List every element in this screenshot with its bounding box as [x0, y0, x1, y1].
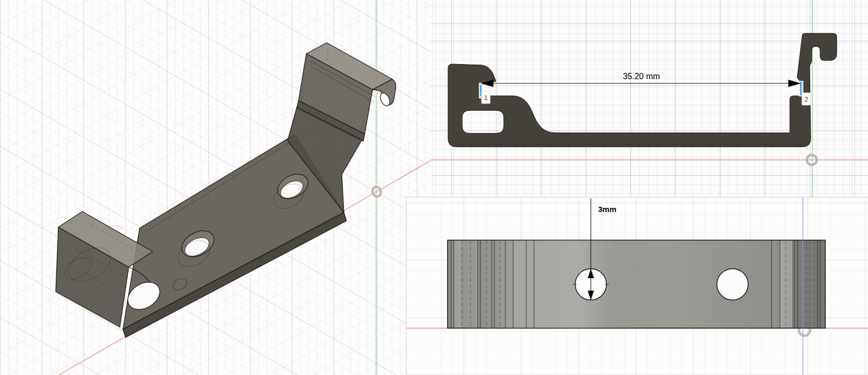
top-viewport[interactable]: 3mm — [406, 197, 868, 375]
top-canvas: 3mm — [406, 197, 868, 375]
edge1-tag-label: 1 — [484, 94, 488, 102]
width-dimension-value[interactable]: 35.20 mm — [623, 72, 660, 81]
edge2-tag-label: 2 — [804, 96, 808, 103]
hole-right-top[interactable] — [717, 269, 748, 300]
iso-viewport[interactable] — [0, 0, 431, 375]
bracket-3d-body[interactable] — [56, 43, 396, 338]
side-section-viewport[interactable]: 1 2 35.20 mm — [431, 0, 868, 197]
bracket-top-body[interactable] — [448, 240, 825, 328]
iso-canvas — [0, 0, 431, 375]
bracket-section-profile[interactable] — [448, 33, 837, 147]
side-canvas: 1 2 35.20 mm — [431, 0, 868, 197]
cad-workspace: 1 2 35.20 mm — [0, 0, 868, 375]
width-dimension[interactable]: 35.20 mm — [481, 72, 801, 87]
hole-dimension-value[interactable]: 3mm — [598, 205, 616, 214]
